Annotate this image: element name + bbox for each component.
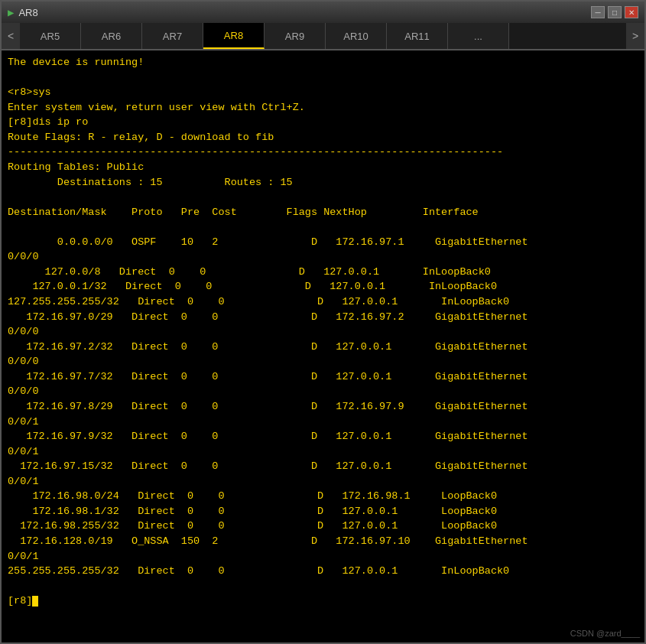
title-bar: ▶ AR8 ─ □ ✕: [2, 2, 644, 23]
window-controls: ─ □ ✕: [591, 6, 638, 18]
tab-ar11[interactable]: AR11: [387, 23, 448, 49]
tab-ar7[interactable]: AR7: [142, 23, 203, 49]
tab-ar6[interactable]: AR6: [81, 23, 142, 49]
tabs-container: AR5 AR6 AR7 AR8 AR9 AR10 AR11 ...: [20, 23, 626, 49]
tab-ar10[interactable]: AR10: [326, 23, 387, 49]
window-title: AR8: [18, 7, 37, 18]
tab-bar: < AR5 AR6 AR7 AR8 AR9 AR10 AR11 ... >: [2, 23, 644, 50]
terminal-text: The device is running! <r8>sys Enter sys…: [8, 55, 638, 609]
tab-ar8[interactable]: AR8: [203, 23, 265, 49]
close-button[interactable]: ✕: [625, 6, 638, 18]
tab-more[interactable]: ...: [448, 23, 509, 49]
app-icon: ▶: [8, 6, 14, 19]
terminal-output[interactable]: The device is running! <r8>sys Enter sys…: [2, 50, 644, 642]
tab-next-button[interactable]: >: [626, 23, 644, 49]
watermark: CSDN @zard____: [570, 629, 640, 638]
terminal-cursor: [32, 596, 38, 607]
tab-ar5[interactable]: AR5: [20, 23, 81, 49]
minimize-button[interactable]: ─: [591, 6, 605, 18]
tab-ar9[interactable]: AR9: [265, 23, 326, 49]
tab-prev-button[interactable]: <: [2, 23, 20, 49]
maximize-button[interactable]: □: [608, 6, 622, 18]
